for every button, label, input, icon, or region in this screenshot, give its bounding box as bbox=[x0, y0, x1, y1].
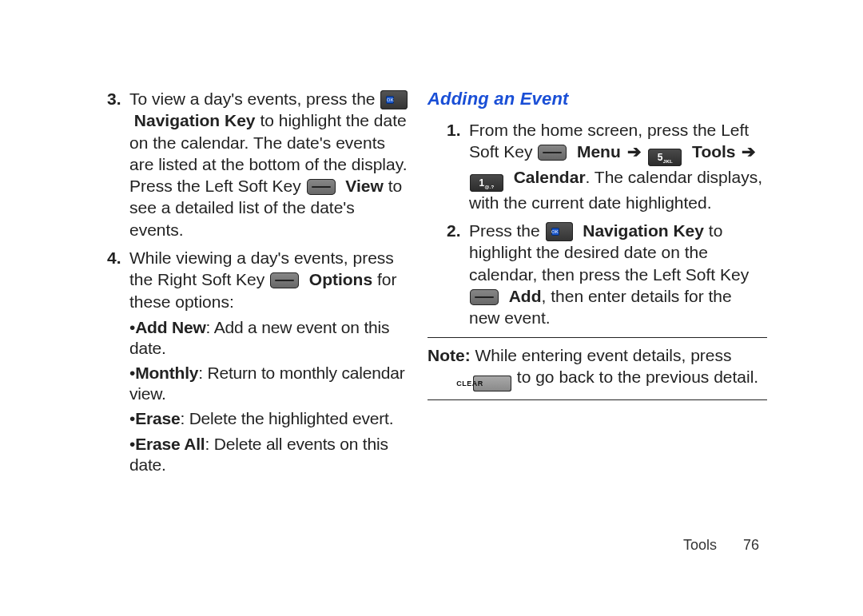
note-text-2: to go back to the previous detail. bbox=[512, 368, 758, 386]
view-label: View bbox=[345, 177, 383, 195]
options-list: •Add New: Add a new event on this date. … bbox=[129, 317, 412, 475]
right-soft-key-icon bbox=[270, 272, 299, 288]
page-footer: Tools 76 bbox=[683, 537, 759, 554]
step-4: 4. While viewing a day's events, press t… bbox=[88, 247, 412, 475]
calendar-label: Calendar bbox=[514, 168, 586, 186]
step-number: 1. bbox=[447, 119, 461, 141]
left-soft-key-icon bbox=[307, 179, 336, 195]
step-3-text-1: To view a day's events, press the bbox=[129, 89, 380, 108]
step-number: 3. bbox=[107, 88, 121, 109]
arrow-icon: ➔ bbox=[742, 142, 756, 161]
right-column: Adding an Event 1. From the home screen,… bbox=[428, 88, 767, 584]
clear-key-icon: CLEAR bbox=[473, 376, 511, 391]
navigation-key-icon bbox=[380, 90, 408, 109]
note-block: Note: While entering event details, pres… bbox=[428, 344, 767, 391]
footer-section: Tools bbox=[683, 537, 717, 553]
navigation-key-label: Navigation Key bbox=[134, 111, 256, 129]
navigation-key-label: Navigation Key bbox=[583, 221, 704, 240]
list-item: •Add New: Add a new event on this date. bbox=[129, 317, 412, 358]
arrow-icon: ➔ bbox=[627, 142, 646, 161]
key-5-icon: 5JKL bbox=[648, 149, 682, 166]
step-1: 1. From the home screen, press the Left … bbox=[428, 119, 767, 214]
left-soft-key-icon bbox=[538, 145, 567, 161]
step-3: 3. To view a day's events, press the Nav… bbox=[88, 88, 412, 240]
left-soft-key-icon bbox=[470, 289, 499, 305]
note-label: Note: bbox=[428, 346, 471, 364]
list-item: •Erase All: Delete all events on this da… bbox=[129, 434, 412, 475]
step-2: 2. Press the Navigation Key to highlight… bbox=[428, 220, 767, 328]
page-number: 76 bbox=[743, 537, 759, 553]
options-label: Options bbox=[309, 270, 372, 288]
step-number: 4. bbox=[107, 247, 121, 268]
list-item: •Erase: Delete the highlighted evert. bbox=[129, 408, 412, 429]
add-label: Add bbox=[509, 287, 542, 305]
navigation-key-icon bbox=[546, 222, 573, 241]
key-1-icon: 1@.? bbox=[470, 174, 503, 192]
list-item: •Monthly: Return to monthly calendar vie… bbox=[129, 363, 412, 403]
divider bbox=[428, 399, 767, 400]
section-heading: Adding an Event bbox=[428, 88, 767, 111]
manual-page: 3. To view a day's events, press the Nav… bbox=[0, 0, 863, 616]
menu-label: Menu bbox=[577, 142, 621, 161]
step-number: 2. bbox=[447, 220, 461, 241]
note-text-1: While entering event details, press bbox=[471, 346, 732, 364]
tools-label: Tools bbox=[692, 142, 735, 161]
divider bbox=[428, 337, 767, 338]
step-2-text-1: Press the bbox=[469, 221, 545, 240]
left-column: 3. To view a day's events, press the Nav… bbox=[88, 88, 428, 584]
